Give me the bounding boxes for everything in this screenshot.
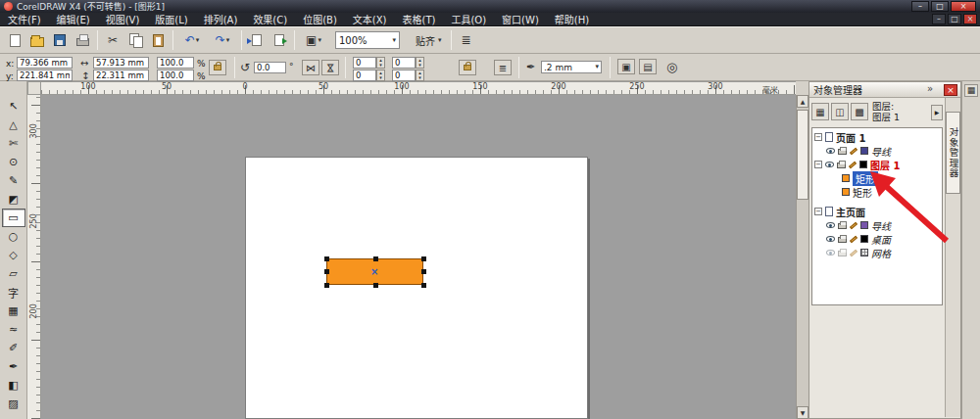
tree-row-master-page[interactable]: 主页面 [812,205,942,218]
editable-pencil-icon[interactable] [849,161,857,167]
menu-layout[interactable]: 版面(L) [147,12,195,26]
undo-button[interactable]: ↶ ▾ [177,29,207,51]
selected-rectangle[interactable]: × [326,258,423,285]
spinner-icon[interactable] [376,70,385,81]
layer-color-swatch[interactable] [860,235,868,243]
spinner-icon[interactable] [416,57,424,69]
menu-tools[interactable]: 工具(O) [443,12,494,26]
show-object-properties-button[interactable]: ▦ [811,103,829,120]
menu-window[interactable]: 窗口(W) [494,12,547,26]
menu-help[interactable]: 帮助(H) [547,12,597,26]
zoom-tool[interactable]: ⊙ [2,153,25,171]
docker-tab-object-manager[interactable]: 对象管理器 [946,112,960,194]
page[interactable] [245,157,588,419]
layer-color-swatch[interactable] [860,221,868,229]
maximize-button[interactable]: □ [931,1,949,12]
grid-swatch-icon[interactable] [860,249,868,256]
docker-close-button[interactable]: × [944,84,957,96]
new-button[interactable] [4,29,25,51]
zoom-level-select[interactable]: 100% ▾ [335,31,400,49]
docker-flyout-button[interactable]: ▶ [931,105,943,120]
ellipse-tool[interactable]: ○ [2,227,25,246]
mirror-horizontal-button[interactable]: ⋈ [302,60,319,75]
tree-row-master-guides[interactable]: 导线 [812,218,942,232]
visibility-eye-icon[interactable] [826,250,835,256]
menu-edit[interactable]: 编辑(E) [49,12,98,26]
scrollbar-thumb[interactable] [797,110,808,200]
selection-handle-s[interactable] [373,283,378,288]
tree-row-page-1[interactable]: 页面 1 [812,130,942,144]
tree-row-layer-1[interactable]: 图层 1 [812,158,942,171]
docker-chevron-button[interactable]: » [927,83,933,94]
selection-handle-e[interactable] [421,269,426,274]
editable-pencil-icon[interactable] [850,147,858,154]
scale-horizontal-input[interactable] [157,57,194,69]
vertical-ruler[interactable]: 300 250 200 [27,95,41,419]
tree-row-rectangle-selected[interactable]: 矩形 [812,171,942,185]
tree-row-rectangle[interactable]: 矩形 [812,185,942,199]
selection-handle-sw[interactable] [324,283,329,288]
drawing-canvas[interactable]: × [41,95,796,419]
fill-tool[interactable]: ◧ [2,376,25,395]
vertical-scrollbar[interactable]: ▲ ▼ [796,95,808,419]
rotation-angle-input[interactable] [254,62,286,73]
menu-effects[interactable]: 效果(C) [245,12,295,26]
menu-arrange[interactable]: 排列(A) [196,12,246,26]
selection-handle-n[interactable] [373,256,378,261]
options-button[interactable]: ≣ [456,29,477,51]
crop-tool[interactable]: ✄ [2,134,25,153]
corner-radius-top-left-input[interactable] [353,57,376,69]
selection-handle-se[interactable] [421,283,426,288]
lock-ratio-button[interactable] [209,60,226,75]
application-launcher-button[interactable]: ▣ ▾ [299,29,328,51]
copy-button[interactable] [124,29,146,51]
layer-color-swatch[interactable] [859,161,867,168]
spinner-icon[interactable] [416,70,424,81]
selection-handle-nw[interactable] [324,256,329,261]
scroll-down-icon[interactable]: ▼ [797,406,808,419]
y-position-input[interactable] [17,70,73,81]
layer-color-swatch[interactable] [860,147,868,155]
table-tool[interactable]: ▦ [2,302,25,320]
scroll-up-icon[interactable]: ▲ [797,95,808,108]
print-button[interactable] [72,29,93,51]
printable-icon[interactable] [838,237,847,243]
horizontal-ruler[interactable]: 100 50 0 50 100 150 200 250 300 毫米 [41,81,796,95]
docker-grid-icon[interactable]: ▦ [964,84,978,97]
x-position-input[interactable] [17,57,73,69]
minimize-button[interactable]: – [911,1,929,12]
collapse-icon[interactable] [814,161,822,168]
menu-table[interactable]: 表格(T) [395,12,444,26]
collapse-icon[interactable] [814,208,822,215]
corner-radius-bottom-left-input[interactable] [353,70,376,81]
width-input[interactable] [93,57,149,69]
redo-button[interactable]: ↷ ▾ [208,29,237,51]
doc-close-button[interactable]: × [963,14,977,24]
visibility-eye-icon[interactable] [826,148,835,154]
editable-pencil-icon[interactable] [850,235,858,242]
printable-icon[interactable] [838,149,847,155]
menu-bitmaps[interactable]: 位图(B) [295,12,345,26]
shape-tool[interactable]: △ [2,116,25,134]
visibility-eye-icon[interactable] [825,162,834,167]
export-button[interactable] [269,29,290,51]
height-input[interactable] [93,70,149,81]
doc-minimize-button[interactable]: – [932,14,946,24]
freehand-tool[interactable]: ✎ [2,171,25,190]
round-corners-together-button[interactable] [459,60,476,75]
mirror-vertical-button[interactable]: ⋈ [321,60,339,75]
polygon-tool[interactable]: ◇ [2,246,25,264]
menu-file[interactable]: 文件(F) [0,12,49,26]
editable-pencil-icon[interactable] [850,221,858,228]
import-button[interactable] [246,29,268,51]
ruler-origin[interactable] [27,81,41,95]
visibility-eye-icon[interactable] [826,236,835,242]
visibility-eye-icon[interactable] [826,222,835,228]
tree-row-grid[interactable]: 网格 [812,246,942,259]
printable-icon[interactable] [838,251,847,256]
rectangle-tool[interactable]: ▭ [2,209,25,227]
convert-to-curves-icon[interactable]: ◎ [666,61,677,73]
cut-button[interactable]: ✂ [102,29,123,51]
interactive-fill-tool[interactable]: ▨ [2,395,25,413]
selection-center-marker[interactable]: × [370,266,378,277]
